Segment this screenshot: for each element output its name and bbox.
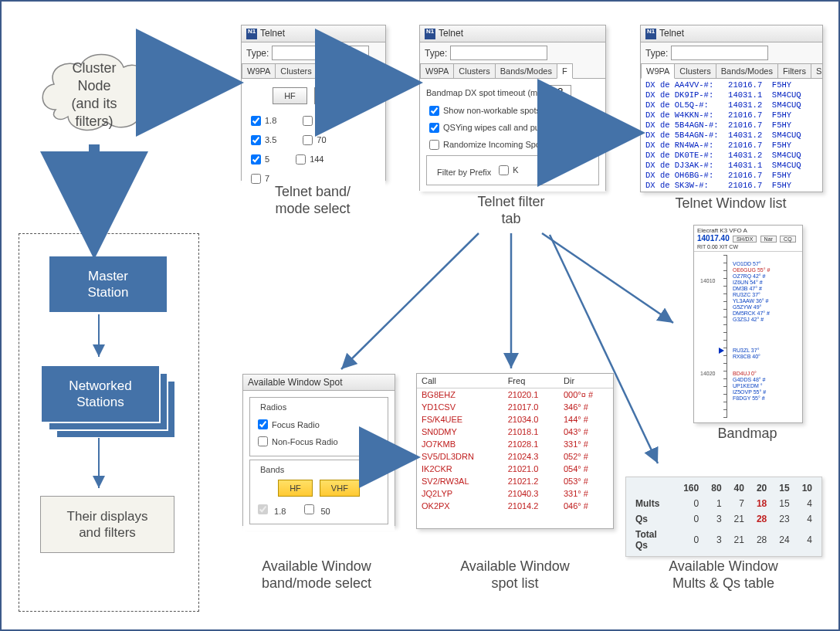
spot-row[interactable]: JO7KMB21028.1331° #	[417, 438, 613, 450]
bandmap-call[interactable]: G5ZYW 49°	[733, 304, 761, 310]
type-input[interactable]	[671, 46, 768, 60]
telnet-filter-panel: N1Telnet Type: W9PA Clusters Bands/Modes…	[419, 25, 606, 191]
cb-band-5[interactable]: 5	[248, 152, 269, 167]
tab-row: W9PA Clusters Bands/Modes Filters Spot C	[641, 63, 822, 79]
spot-row[interactable]: OK2PX21014.2046° #	[417, 500, 613, 512]
col-dir[interactable]: Dir	[559, 374, 613, 388]
tab-spot-c[interactable]: Spot C	[811, 63, 823, 78]
shdx-button[interactable]: SH/DX	[733, 236, 757, 243]
tab-clusters[interactable]: Clusters	[275, 63, 317, 78]
tab-filters[interactable]: Filters	[777, 63, 811, 78]
cloud-line1: Cluster	[72, 60, 116, 76]
bandmap-call[interactable]: RX8CB 40°	[733, 354, 760, 359]
cb-band-70[interactable]: 70	[300, 133, 326, 148]
mults-qs-panel: 1608040201510Mults01718154Qs032128234Tot…	[625, 477, 822, 557]
bandmap-freq: 14017.40	[697, 234, 730, 243]
caption-telnet-filter: Telnet filter tab	[430, 193, 592, 227]
bandmap-call[interactable]: UP1KEDM °	[733, 383, 763, 388]
tab-row: W9PA Clusters Bands/Modes F	[420, 63, 605, 79]
diagram-canvas: Cluster Node (and its filters) Master St…	[0, 0, 840, 631]
spot-row[interactable]: SV5/DL3DRN21024.3052° #	[417, 450, 613, 463]
bandmap-scale[interactable]: 14010 14020 VO1DD 57°OE6GUG 55° #OZ7RQ 4…	[700, 255, 796, 417]
tab-bands-modes[interactable]: Bands/M	[317, 63, 361, 79]
spot-row[interactable]: BG8EHZ21020.1000°¤ #	[417, 388, 613, 402]
tab-clusters[interactable]: Clusters	[674, 63, 716, 78]
bandmap-call[interactable]: OZ7RQ 42° #	[733, 273, 765, 279]
spot-row[interactable]: JQ2LYP21040.3331° #	[417, 487, 613, 500]
spot-row[interactable]: SV2/RW3AL21021.2053° #	[417, 475, 613, 487]
filter-panel-body: Bandmap DX spot timeout (min) Show non-w…	[420, 79, 605, 192]
master-station-box: Master Station	[49, 256, 167, 312]
cb-1-8[interactable]: 1.8	[255, 502, 286, 517]
type-row: Type:	[641, 42, 822, 63]
available-spot-list-panel: Call Freq Dir BG8EHZ21020.1000°¤ #YD1CSV…	[416, 373, 614, 529]
tab-filters[interactable]: F	[557, 63, 573, 79]
cb-nonfocus-radio[interactable]: Non-Focus Radio	[255, 434, 383, 449]
band-checkrow: 1.8 50	[255, 502, 383, 517]
bandmap-call[interactable]: OE6GUG 55° #	[733, 267, 770, 273]
tab-bands-modes[interactable]: Bands/Modes	[716, 63, 778, 78]
vhf-button[interactable]: VHF	[320, 480, 360, 497]
mults-table: 1608040201510Mults01718154Qs032128234Tot…	[629, 480, 818, 553]
panel-titlebar: N1Telnet	[641, 25, 822, 42]
spot-row[interactable]: FS/K4UEE21034.0144° #	[417, 413, 613, 426]
cb-nonworkable[interactable]: Show non-workable spots	[426, 103, 599, 118]
cb-na[interactable]: NA	[537, 163, 565, 178]
bandmap-call[interactable]: VO1DD 57°	[733, 261, 761, 266]
cluster-node-cloud: Cluster Node (and its filters)	[32, 36, 156, 144]
bandmap-call[interactable]: F8DGY 55° #	[733, 395, 765, 401]
bandmap-call[interactable]: IZ6UN 54° #	[733, 280, 763, 285]
band-panel-body: HF VHF 1.8 50 3.5 70 5 144 7	[242, 79, 385, 195]
bandmap-call[interactable]: RU3ZL 37°	[733, 348, 759, 353]
bandmap-call[interactable]: G4DDS 48° #	[733, 377, 766, 382]
svg-line-8	[542, 233, 673, 323]
spot-row[interactable]: SN0DMY21018.1043° #	[417, 426, 613, 438]
cb-randomize[interactable]: Randomize Incoming Spot Freq	[426, 137, 599, 152]
cloud-line4: filters)	[76, 114, 113, 129]
telnet-band-panel: N1Telnet Type: W9PA Clusters Bands/M HF …	[241, 25, 386, 181]
cb-band-3.5[interactable]: 3.5	[248, 133, 276, 148]
tab-w9pa[interactable]: W9PA	[242, 63, 276, 78]
caption-bandmap: Bandmap	[693, 425, 801, 442]
tab-w9pa[interactable]: W9PA	[420, 63, 454, 78]
type-input[interactable]	[450, 46, 547, 60]
bandmap-call[interactable]: G3ZSJ 42° #	[733, 317, 764, 322]
cloud-line3: (and its	[71, 96, 117, 111]
cb-50[interactable]: 50	[301, 502, 330, 517]
cb-qsying[interactable]: QSYing wipes call and puts it in	[426, 120, 599, 135]
tab-w9pa[interactable]: W9PA	[641, 63, 675, 79]
timeout-label: Bandmap DX spot timeout (min)	[426, 87, 547, 97]
spot-row[interactable]: YD1CSV21017.0346° #	[417, 401, 613, 413]
type-row: Type:	[242, 42, 385, 63]
displays-filters-box: Their displays and filters	[40, 496, 174, 553]
cb-k[interactable]: K	[496, 163, 518, 178]
cb-band-144[interactable]: 144	[293, 152, 323, 167]
vhf-button[interactable]: VHF	[314, 87, 354, 104]
tab-bands-modes[interactable]: Bands/Modes	[495, 63, 557, 78]
bandmap-panel: Elecraft K3 VFO A 14017.40 SH/DX Nar CQ …	[693, 225, 803, 423]
cb-focus-radio[interactable]: Focus Radio	[255, 417, 383, 432]
type-input[interactable]	[272, 46, 369, 60]
cq-button[interactable]: CQ	[780, 236, 796, 243]
hf-button[interactable]: HF	[278, 480, 313, 497]
dx-spot-list[interactable]: DX de AA4VV-#: 21016.7 F5HY DX de DK9IP-…	[641, 79, 822, 192]
bandmap-call[interactable]: RU3ZC 37°	[733, 292, 760, 297]
spot-table[interactable]: Call Freq Dir BG8EHZ21020.1000°¤ #YD1CSV…	[417, 374, 613, 512]
bandmap-call[interactable]: YL3AAW 36° #	[733, 298, 769, 304]
bandmap-call[interactable]: DM3B 47° #	[733, 286, 762, 291]
panel-title: Telnet	[439, 28, 463, 39]
app-logo-icon: N1	[645, 29, 656, 39]
bandmap-call[interactable]: IZ5OVP 55° #	[733, 389, 766, 395]
cb-band-1.8[interactable]: 1.8	[248, 114, 276, 128]
caption-telnet-list: Telnet Window list	[640, 195, 821, 212]
cb-band-50[interactable]: 50	[300, 114, 326, 128]
hf-button[interactable]: HF	[273, 87, 307, 104]
timeout-input[interactable]	[550, 85, 571, 99]
nar-button[interactable]: Nar	[760, 236, 777, 243]
bandmap-call[interactable]: BD4UJ 0°	[733, 371, 757, 376]
spot-row[interactable]: IK2CKR21021.0054° #	[417, 463, 613, 475]
bandmap-call[interactable]: DM5RCK 47° #	[733, 310, 770, 316]
tab-clusters[interactable]: Clusters	[453, 63, 495, 78]
col-freq[interactable]: Freq	[503, 374, 559, 388]
col-call[interactable]: Call	[417, 374, 503, 388]
